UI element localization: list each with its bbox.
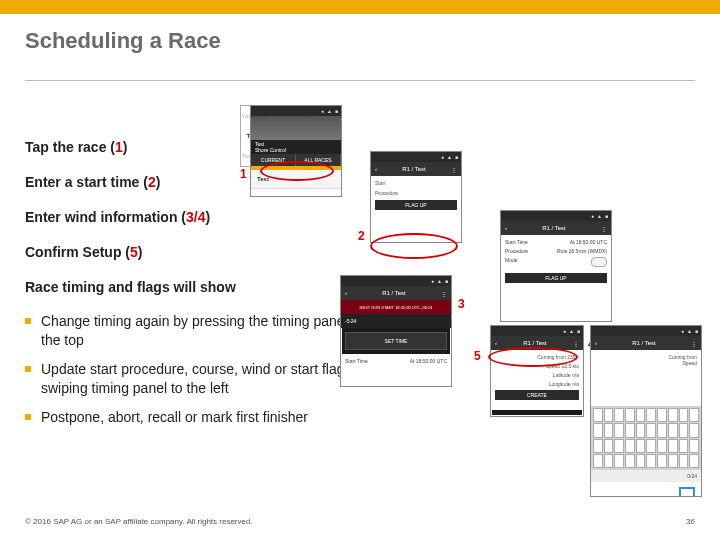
bullet-dot-icon [25,414,31,420]
screen-title: R1 / Test [382,290,406,296]
screenshot-5: ●▲■ ‹R1 / Test⋮ NEXT GUN START 18:45:00 … [340,275,452,387]
status-bar: ●▲■ [501,211,611,221]
start-time-label: Start Time [345,358,368,364]
screenshot-7: ●▲■ ‹R1 / Test⋮ Coming from Speed 0/24 [590,325,702,497]
bullet-dot-icon [25,366,31,372]
title-divider [25,80,695,81]
wind-speed-label: Speed [595,360,697,366]
step-1-num: 1 [115,139,123,155]
start-time-value: At 18:50:00 UTC [410,358,447,364]
picker-cell[interactable]: 49 [297,106,325,126]
screenshot-4: ●▲■ ‹R1 / Test⋮ Start TimeAt 18:50:00 UT… [500,210,612,322]
callout-1: 1 [240,167,247,181]
start-time-label: Start Time [505,239,528,245]
screen-title: R1 / Test [542,225,566,231]
step-1-pre: Tap the race ( [25,139,115,155]
screenshot-cluster: ●▲■ Test Shore Control CURRENT ALL RACES… [240,105,710,475]
picker-cell[interactable]: Tomorrow [241,146,269,166]
create-button[interactable]: CREATE [495,390,579,400]
back-icon[interactable]: ‹ [595,340,597,346]
back-icon[interactable]: ‹ [345,290,347,296]
latitude-label: Latitude [553,372,571,378]
status-bar: ●▲■ [371,152,461,162]
step-4-pre: Confirm Setup ( [25,244,130,260]
slide: Scheduling a Race Tap the race (1) Enter… [0,0,720,540]
share-icon[interactable]: ⋮ [573,340,579,347]
set-time-button[interactable]: SET TIME [345,332,447,350]
screenshot-2: ●▲■ ‹R1 / Test⋮ Start Procedure FLAG UP [370,151,462,243]
step-2-pre: Enter a start time ( [25,174,148,190]
screen-body: Start TimeAt 18:50:00 UTC ProcedureRule … [501,235,611,322]
callout-ring-5 [488,347,578,367]
bullet-dot-icon [25,318,31,324]
share-icon[interactable]: ⋮ [691,340,697,347]
callout-ring-2 [370,233,458,259]
race-row-1[interactable]: R1 [251,189,341,197]
status-bar: ●▲■ [491,326,583,336]
procedure-value[interactable]: Rule 26 5min (WMDX) [557,248,607,254]
start-time-value[interactable]: At 18:50:00 UTC [570,239,607,245]
step-4-num: 5 [130,244,138,260]
step-4-post: ) [138,244,143,260]
picker-cell[interactable]: Yesterday [241,106,269,126]
longitude-label: Longitude [549,381,571,387]
share-icon[interactable]: ⋮ [441,290,447,297]
keyboard-bottom [591,482,701,497]
footer: © 2016 SAP AG or an SAP affiliate compan… [25,517,695,526]
keyboard-switch-icon[interactable] [679,487,695,497]
screen-title: R1 / Test [402,166,426,172]
back-icon[interactable]: ‹ [505,225,507,231]
countdown-banner[interactable]: NEXT GUN START 18:45:00 UTC -00:24 [341,300,451,314]
screen-body: Start TimeAt 18:50:00 UTC [341,354,451,387]
accent-bar [0,0,720,14]
screen-header: ‹R1 / Test⋮ [371,162,461,176]
keyboard-counter: 0/24 [591,470,701,482]
screen-body: Coming from Speed [591,350,701,406]
step-2-post: ) [156,174,161,190]
status-bar: ●▲■ [591,326,701,336]
callout-5: 5 [474,349,481,363]
callout-3: 3 [458,297,465,311]
page-number: 36 [686,517,695,526]
callout-2: 2 [358,229,365,243]
screen-title: R1 / Test [523,340,547,346]
screen-header: ‹R1 / Test⋮ [591,336,701,350]
keyboard[interactable] [591,406,701,470]
slide-title: Scheduling a Race [25,28,221,54]
share-icon[interactable]: ⋮ [601,225,607,232]
procedure-label: Procedure [375,190,457,196]
flag-up-button[interactable]: FLAG UP [375,200,457,210]
back-icon[interactable]: ‹ [495,340,497,346]
step-3-num: 3/4 [186,209,205,225]
flag-up-button[interactable]: FLAG UP [505,273,607,283]
screen-header: ‹R1 / Test⋮ [341,286,451,300]
screen-header: ‹R1 / Test⋮ [501,221,611,235]
back-icon[interactable]: ‹ [375,166,377,172]
procedure-label: Procedure [505,248,528,254]
share-icon[interactable]: ⋮ [451,166,457,173]
status-bar: ●▲■ [341,276,451,286]
screenshot-6: ●▲■ ‹R1 / Test⋮ Coming from 235 ° Speed … [490,325,584,417]
start-label: Start [375,180,457,186]
picker-cell[interactable]: 51 [297,146,325,166]
step-3-pre: Enter wind information ( [25,209,186,225]
step-1-post: ) [123,139,128,155]
countdown-value: -5:24 [341,314,451,328]
mode-toggle[interactable] [591,257,607,267]
copyright: © 2016 SAP AG or an SAP affiliate compan… [25,517,253,526]
longitude-value: n/a [572,381,579,387]
mode-label: Mode [505,257,518,267]
picker-cell[interactable]: 19 [269,146,297,166]
screen-title: R1 / Test [632,340,656,346]
picker-cell[interactable]: 17 [269,106,297,126]
latitude-value: n/a [572,372,579,378]
step-3-post: ) [205,209,210,225]
step-2-num: 2 [148,174,156,190]
